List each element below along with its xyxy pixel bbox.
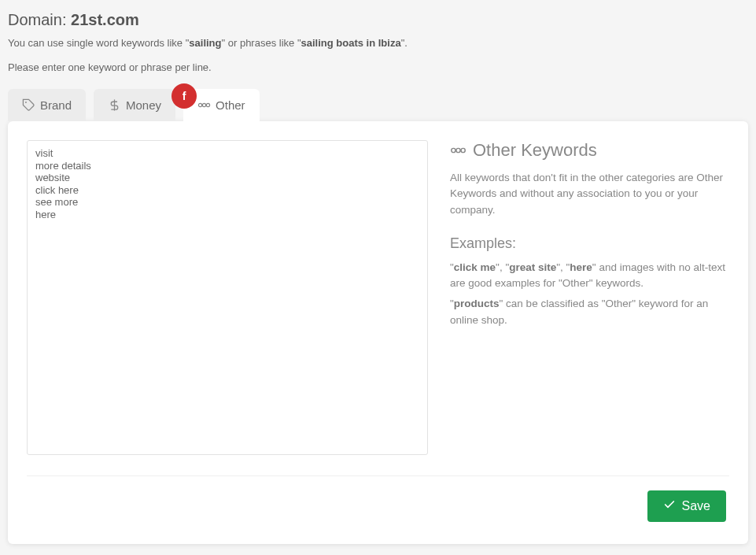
panel-description: All keywords that don't fit in the other… [450, 170, 729, 218]
check-icon [663, 498, 676, 514]
example-line-1: "click me", "great site", "here" and ima… [450, 260, 729, 292]
annotation-badge: f [171, 83, 197, 109]
instruction-text: Please enter one keyword or phrase per l… [8, 61, 748, 73]
svg-point-2 [198, 103, 201, 106]
svg-point-6 [456, 148, 460, 152]
keywords-textarea[interactable] [27, 140, 428, 455]
save-button-label: Save [682, 499, 710, 513]
svg-point-7 [461, 148, 465, 152]
save-button[interactable]: Save [647, 490, 726, 522]
domain-name: 21st.com [71, 11, 139, 28]
tab-content-card: Other Keywords All keywords that don't f… [8, 121, 748, 544]
svg-point-3 [202, 103, 205, 106]
example-line-2: "products" can be classified as "Other" … [450, 296, 729, 328]
dollar-icon [108, 98, 121, 112]
domain-header: Domain: 21st.com [8, 11, 748, 29]
tab-brand-label: Brand [40, 98, 72, 112]
tab-money-label: Money [126, 98, 161, 112]
tab-money[interactable]: Money [94, 89, 175, 121]
footer-actions: Save [27, 490, 729, 525]
tag-icon [22, 98, 35, 112]
tab-other-label: Other [216, 98, 245, 112]
panel-title-text: Other Keywords [473, 140, 597, 161]
svg-point-0 [25, 102, 27, 103]
intro-text: You can use single word keywords like "s… [8, 37, 748, 49]
domain-prefix: Domain: [8, 11, 66, 28]
tab-brand[interactable]: Brand [8, 89, 86, 121]
info-panel: Other Keywords All keywords that don't f… [450, 140, 729, 458]
chain-icon [197, 98, 211, 112]
svg-point-5 [452, 148, 455, 152]
svg-point-4 [206, 103, 209, 106]
examples-heading: Examples: [450, 235, 729, 252]
chain-icon [450, 144, 467, 157]
tabs-row: Brand Money Other [8, 89, 748, 121]
panel-title: Other Keywords [450, 140, 729, 161]
divider [27, 475, 729, 476]
